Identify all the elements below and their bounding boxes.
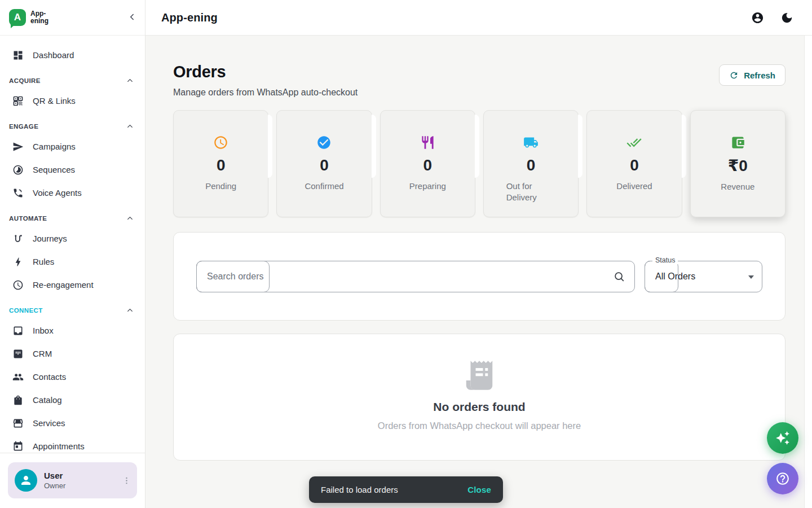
restaurant-icon [420,135,435,150]
sidebar-item-label: Journeys [33,234,67,243]
person-icon [19,474,33,487]
section-label: ACQUIRE [9,77,41,84]
stat-card-preparing: 0Preparing [380,110,475,217]
stat-card-out-for-delivery: 0Out for Delivery [483,110,579,217]
sidebar: A App- ening DashboardACQUIREQR & LinksE… [0,0,145,508]
sidebar-section-engage: ENGAGECampaignsSequencesVoice Agents [7,120,138,204]
sidebar-item-rules[interactable]: Rules [7,250,138,273]
refresh-icon [729,71,739,80]
sidebar-item-inbox[interactable]: Inbox [7,319,138,342]
refresh-button[interactable]: Refresh [719,64,785,86]
section-label: AUTOMATE [9,215,47,222]
user-card[interactable]: User Owner [8,462,137,498]
sidebar-item-appointments[interactable]: Appointments [7,435,138,453]
sidebar-footer: User Owner [0,453,145,508]
filters-card: Search orders Status All Orders [173,232,785,321]
topbar-actions [751,11,793,24]
account-button[interactable] [751,11,764,24]
sidebar-item-contacts[interactable]: Contacts [7,365,138,388]
sidebar-item-catalog[interactable]: Catalog [7,388,138,411]
sidebar-item-services[interactable]: Services [7,411,138,435]
sidebar-header: A App- ening [0,0,145,36]
sidebar-item-qr-links[interactable]: QR & Links [7,89,138,112]
sidebar-section-connect: CONNECTInboxCRMContactsCatalogServicesAp… [7,304,138,453]
stat-value: 0 [217,156,226,174]
stat-card-revenue: ₹0Revenue [690,110,785,217]
voice-agent-icon [12,187,24,199]
sidebar-item-label: CRM [33,349,52,358]
toast: Failed to load orders Close [309,476,503,503]
chevron-down-icon [748,275,754,279]
sidebar-item-label: Inbox [33,326,54,335]
section-header-connect[interactable]: CONNECT [7,304,138,316]
sidebar-item-re-engagement[interactable]: Re-engagement [7,273,138,296]
empty-state-subtitle: Orders from WhatsApp checkout will appea… [378,421,581,431]
avatar [15,469,37,492]
app-title: App-ening [161,11,218,24]
sidebar-item-label: Rules [33,257,54,266]
toast-message: Failed to load orders [321,485,398,494]
section-header-acquire[interactable]: ACQUIRE [7,75,138,86]
stat-card-pending: 0Pending [173,110,268,217]
section-header-engage[interactable]: ENGAGE [7,120,138,132]
user-name: User [44,471,111,480]
dark-mode-icon [780,11,793,24]
stat-label: Confirmed [304,181,343,192]
content: Orders Manage orders from WhatsApp auto-… [145,36,812,508]
sidebar-collapse-button[interactable] [127,12,137,24]
help-fab[interactable] [767,463,798,494]
qr-code-icon [12,95,24,107]
inbox-icon [12,325,24,336]
sidebar-nav: DashboardACQUIREQR & LinksENGAGECampaign… [0,36,145,453]
sidebar-section-acquire: ACQUIREQR & Links [7,75,138,112]
user-menu-button[interactable] [118,469,135,492]
help-icon [775,471,790,486]
stat-card-confirmed: 0Confirmed [276,110,372,217]
sidebar-item-campaigns[interactable]: Campaigns [7,135,138,158]
sidebar-item-label: Services [33,418,65,428]
sidebar-item-journeys[interactable]: Journeys [7,227,138,250]
search-icon [613,270,625,283]
sidebar-section-automate: AUTOMATEJourneysRulesRe-engagement [7,212,138,296]
section-header-automate[interactable]: AUTOMATE [7,212,138,224]
dark-mode-toggle[interactable] [780,11,793,24]
brand-logo-icon: A [9,9,26,26]
sidebar-item-crm[interactable]: CRM [7,342,138,365]
storefront-icon [12,418,24,429]
brand-name: App- ening [30,10,48,25]
search-input[interactable]: Search orders [196,261,635,292]
chevron-up-icon [126,76,134,85]
main-area: App-ening Orders Manage orders from What… [145,0,812,508]
ai-assistant-fab[interactable] [767,422,798,454]
status-select[interactable]: Status All Orders [645,261,762,292]
check-circle-icon [316,135,332,150]
brand-logo: A App- ening [9,9,48,26]
stat-label: Revenue [721,181,754,192]
sidebar-item-label: Campaigns [33,142,76,151]
account-icon [751,11,764,24]
page-title: Orders [173,63,358,81]
stat-label: Delivered [616,181,652,192]
toast-close-button[interactable]: Close [467,485,491,494]
chevron-left-icon [127,12,137,24]
sidebar-item-sequences[interactable]: Sequences [7,158,138,181]
page-header: Orders Manage orders from WhatsApp auto-… [173,63,785,98]
clock-icon [12,279,24,291]
user-role: Owner [44,481,111,490]
wallet-icon [730,135,745,150]
scrollbar-track[interactable] [804,36,812,508]
truck-icon [523,135,539,150]
sidebar-item-voice-agents[interactable]: Voice Agents [7,181,138,204]
stat-value: 0 [320,156,329,174]
page-header-text: Orders Manage orders from WhatsApp auto-… [173,63,358,98]
sidebar-item-label: Sequences [33,165,75,174]
empty-state-title: No orders found [433,400,525,414]
chevron-up-icon [126,214,134,222]
stat-value: 0 [527,156,536,174]
done-all-icon [626,135,642,150]
user-info: User Owner [44,471,111,490]
status-select-label: Status [652,256,678,264]
clock-icon [213,135,228,150]
sidebar-item-dashboard[interactable]: Dashboard [7,43,138,67]
calendar-icon [12,441,24,452]
